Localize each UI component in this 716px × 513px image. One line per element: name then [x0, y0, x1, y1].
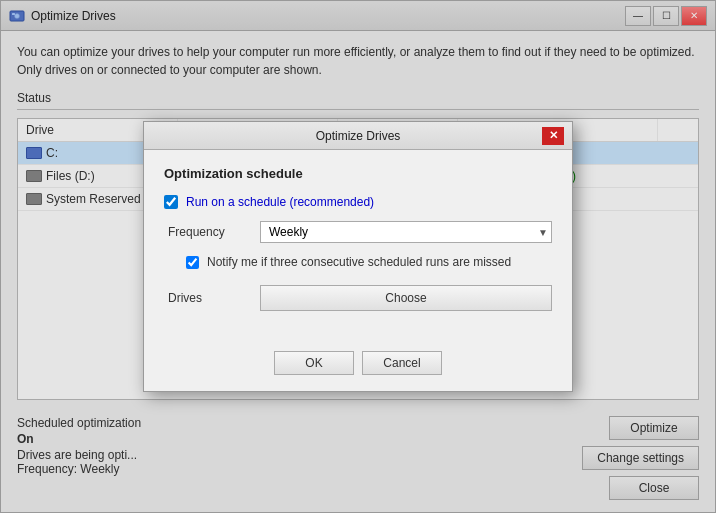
- run-on-schedule-label: Run on a schedule (recommended): [186, 195, 374, 209]
- dialog-overlay: Optimize Drives ✕ Optimization schedule …: [1, 1, 715, 512]
- notify-label: Notify me if three consecutive scheduled…: [207, 255, 511, 269]
- ok-button[interactable]: OK: [274, 351, 354, 375]
- dialog-section-title: Optimization schedule: [164, 166, 552, 181]
- dialog-footer: OK Cancel: [144, 343, 572, 391]
- dialog-content: Optimization schedule Run on a schedule …: [144, 150, 572, 343]
- choose-button[interactable]: Choose: [260, 285, 552, 311]
- main-window: Optimize Drives — ☐ ✕ You can optimize y…: [0, 0, 716, 513]
- notify-checkbox[interactable]: [186, 256, 199, 269]
- frequency-select[interactable]: Weekly Daily Monthly: [260, 221, 552, 243]
- notify-row: Notify me if three consecutive scheduled…: [186, 255, 552, 269]
- frequency-select-wrapper: Weekly Daily Monthly ▼: [260, 221, 552, 243]
- frequency-label: Frequency: [168, 225, 248, 239]
- run-on-schedule-row: Run on a schedule (recommended): [164, 195, 552, 209]
- run-on-schedule-checkbox[interactable]: [164, 195, 178, 209]
- drives-label: Drives: [168, 291, 248, 305]
- dialog-title: Optimize Drives: [174, 129, 542, 143]
- dialog-close-button[interactable]: ✕: [542, 127, 564, 145]
- frequency-row: Frequency Weekly Daily Monthly ▼: [168, 221, 552, 243]
- dialog-title-bar: Optimize Drives ✕: [144, 122, 572, 150]
- drives-row: Drives Choose: [168, 285, 552, 311]
- cancel-button[interactable]: Cancel: [362, 351, 442, 375]
- optimize-dialog: Optimize Drives ✕ Optimization schedule …: [143, 121, 573, 392]
